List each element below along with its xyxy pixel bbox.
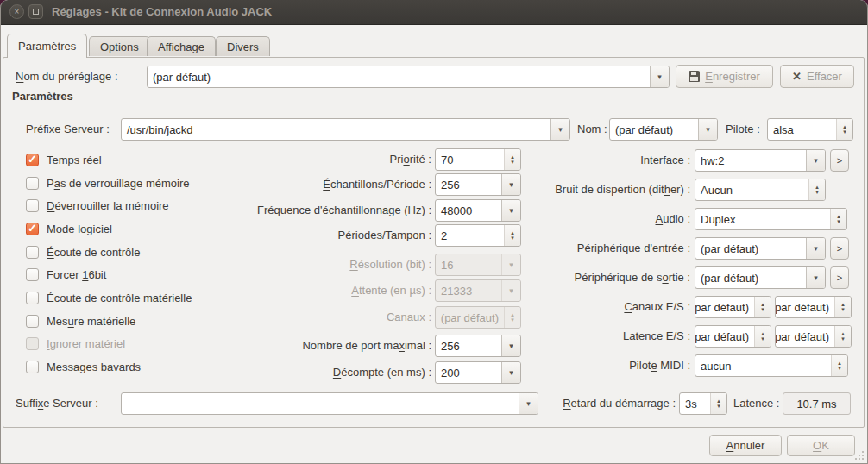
midi-driver-label: Pilote MIDI : xyxy=(629,358,690,373)
audio-spinbox[interactable]: Duplex ▴▾ xyxy=(695,208,847,230)
checkbox-temps-reel[interactable]: ✓ Temps réel xyxy=(26,153,102,166)
dropdown-arrow-icon[interactable]: ▾ xyxy=(806,267,825,288)
checkbox-box[interactable]: ✓ xyxy=(26,292,39,304)
dither-spinbox[interactable]: Aucun ▴▾ xyxy=(695,179,826,201)
checkbox-ecoute-materielle[interactable]: ✓ Écoute de contrôle matérielle xyxy=(26,291,192,304)
dropdown-arrow-icon[interactable]: ▾ xyxy=(501,200,520,221)
checkbox-box[interactable]: ✓ xyxy=(26,154,39,166)
spin-down-icon[interactable]: ▾ xyxy=(761,336,764,342)
input-device-more-button[interactable]: > xyxy=(830,237,849,260)
tab-affichage[interactable]: Affichage xyxy=(147,36,216,56)
out-latency-spinbox[interactable]: (par défaut) ▴▾ xyxy=(775,325,852,348)
frames-combo[interactable]: 256 ▾ xyxy=(435,173,521,196)
checkbox-ignorer-materiel[interactable]: ✓ Ignorer matériel xyxy=(26,336,125,350)
input-device-combo[interactable]: (par défaut) ▾ xyxy=(695,237,826,260)
spinner-arrows[interactable]: ▴▾ xyxy=(504,149,520,170)
dropdown-arrow-icon[interactable]: ▾ xyxy=(501,254,520,275)
checkbox-box[interactable]: ✓ xyxy=(26,337,39,350)
tab-label: Paramètres xyxy=(18,40,76,53)
output-device-more-button[interactable]: > xyxy=(830,266,849,289)
resize-grip[interactable] xyxy=(853,449,865,461)
checkbox-mode-logiciel[interactable]: ✓ Mode logiciel xyxy=(26,222,112,235)
dropdown-arrow-icon[interactable]: ▾ xyxy=(550,119,569,140)
spin-down-icon[interactable]: ▾ xyxy=(838,366,841,371)
checkbox-box[interactable]: ✓ xyxy=(26,246,39,259)
clear-button[interactable]: ✕ Effacer xyxy=(780,65,854,88)
portmax-combo[interactable]: 256 ▾ xyxy=(435,335,521,357)
spinner-arrows[interactable]: ▴▾ xyxy=(808,179,825,200)
wait-combo[interactable]: 21333 ▾ xyxy=(435,279,521,302)
dropdown-arrow-icon[interactable]: ▾ xyxy=(501,280,520,301)
out-channels-spinbox[interactable]: (par défaut) ▴▾ xyxy=(775,296,852,318)
spinner-arrows[interactable]: ▴▾ xyxy=(836,119,852,140)
output-device-combo[interactable]: (par défaut) ▾ xyxy=(695,266,826,289)
spin-down-icon[interactable]: ▾ xyxy=(761,307,764,312)
tab-options[interactable]: Options xyxy=(89,36,150,56)
checkbox-box[interactable]: ✓ xyxy=(26,361,39,373)
start-delay-spinbox[interactable]: 3s ▴▾ xyxy=(679,392,727,415)
start-delay-label: Retard du démarrage : xyxy=(563,396,676,411)
checkbox-forcer-16bit[interactable]: ✓ Forcer 16bit xyxy=(26,267,106,281)
midi-driver-spinbox[interactable]: aucun ▴▾ xyxy=(695,354,848,377)
server-prefix-combo[interactable]: /usr/bin/jackd ▾ xyxy=(121,118,570,141)
dropdown-arrow-icon[interactable]: ▾ xyxy=(650,66,669,87)
server-name-combo[interactable]: (par défaut) ▾ xyxy=(609,118,718,141)
close-button[interactable]: × xyxy=(9,4,24,19)
interface-more-button[interactable]: > xyxy=(830,149,849,172)
in-latency-spinbox[interactable]: (par défaut) ▴▾ xyxy=(695,325,771,348)
checkbox-box[interactable]: ✓ xyxy=(26,199,39,212)
minimize-button[interactable] xyxy=(28,4,43,19)
checkbox-pas-verrouillage[interactable]: ✓ Pas de verrouillage mémoire xyxy=(26,176,189,190)
dropdown-arrow-icon[interactable]: ▾ xyxy=(806,150,825,171)
spin-down-icon[interactable]: ▾ xyxy=(717,404,720,409)
spin-down-icon[interactable]: ▾ xyxy=(841,307,845,312)
channels-spinbox[interactable]: (par défaut) ▴▾ xyxy=(435,306,521,329)
wordlength-combo[interactable]: 16 ▾ xyxy=(435,254,521,276)
tab-divers[interactable]: Divers xyxy=(216,36,270,56)
samplerate-combo[interactable]: 48000 ▾ xyxy=(435,199,521,222)
save-button[interactable]: Enregistrer xyxy=(676,65,773,88)
checkbox-box[interactable]: ✓ xyxy=(26,177,39,190)
dropdown-arrow-icon[interactable]: ▾ xyxy=(806,238,825,259)
checkbox-box[interactable]: ✓ xyxy=(26,223,39,235)
spin-down-icon[interactable]: ▾ xyxy=(511,160,514,165)
spin-down-icon[interactable]: ▾ xyxy=(511,317,514,323)
spinner-arrows[interactable]: ▴▾ xyxy=(831,355,847,376)
spinner-arrows[interactable]: ▴▾ xyxy=(754,297,771,317)
spinner-arrows[interactable]: ▴▾ xyxy=(834,326,851,347)
tab-parametres[interactable]: Paramètres xyxy=(7,34,87,58)
cancel-button[interactable]: Annuler xyxy=(709,435,782,456)
spin-down-icon[interactable]: ▾ xyxy=(843,129,846,135)
priority-spinbox[interactable]: 70 ▴▾ xyxy=(435,148,521,171)
periods-spinbox[interactable]: 2 ▴▾ xyxy=(435,224,521,247)
checkbox-box[interactable]: ✓ xyxy=(26,268,39,281)
spinner-arrows[interactable]: ▴▾ xyxy=(710,393,726,414)
spinner-arrows[interactable]: ▴▾ xyxy=(754,326,771,347)
checkbox-box[interactable]: ✓ xyxy=(26,315,39,328)
checkbox-deverrouiller[interactable]: ✓ Déverrouiller la mémoire xyxy=(26,198,169,212)
spinner-arrows[interactable]: ▴▾ xyxy=(834,297,851,317)
spinner-arrows[interactable]: ▴▾ xyxy=(504,307,520,328)
checkbox-mesure-materielle[interactable]: ✓ Mesure matérielle xyxy=(26,314,135,328)
interface-combo[interactable]: hw:2 ▾ xyxy=(695,149,826,172)
checkbox-ecoute-controle[interactable]: ✓ Écoute de contrôle xyxy=(26,245,140,259)
checkbox-messages-bavards[interactable]: ✓ Messages bavards xyxy=(26,360,141,373)
dropdown-arrow-icon[interactable]: ▾ xyxy=(698,119,717,140)
ok-button[interactable]: OK xyxy=(787,435,855,456)
spin-down-icon[interactable]: ▾ xyxy=(837,219,840,224)
server-suffix-combo[interactable]: ▾ xyxy=(121,392,538,415)
spinner-arrows[interactable]: ▴▾ xyxy=(830,209,846,229)
dropdown-arrow-icon[interactable]: ▾ xyxy=(501,362,520,383)
timeout-combo[interactable]: 200 ▾ xyxy=(435,361,521,384)
spin-down-icon[interactable]: ▾ xyxy=(511,235,514,241)
dropdown-arrow-icon[interactable]: ▾ xyxy=(501,335,520,356)
titlebar[interactable]: × Réglages - Kit de Connexion Audio JACK xyxy=(0,0,868,25)
preset-name-combo[interactable]: (par défaut) ▾ xyxy=(147,66,670,88)
spin-down-icon[interactable]: ▾ xyxy=(841,336,845,342)
driver-spinbox[interactable]: alsa ▴▾ xyxy=(767,118,853,141)
dropdown-arrow-icon[interactable]: ▾ xyxy=(501,174,520,195)
in-channels-spinbox[interactable]: (par défaut) ▴▾ xyxy=(695,296,771,318)
spinner-arrows[interactable]: ▴▾ xyxy=(504,225,520,246)
dropdown-arrow-icon[interactable]: ▾ xyxy=(519,393,538,414)
spin-down-icon[interactable]: ▾ xyxy=(815,190,819,195)
